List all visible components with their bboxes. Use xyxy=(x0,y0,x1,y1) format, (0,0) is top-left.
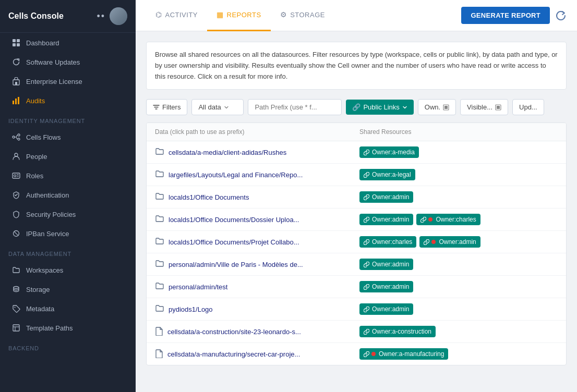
file-icon xyxy=(155,349,163,360)
file-icon xyxy=(155,326,163,337)
table-row[interactable]: localds1/Office Documents/Dossier Uploa.… xyxy=(147,209,566,231)
bar-chart-icon xyxy=(11,96,21,105)
identity-section-label: Identity Management xyxy=(0,111,136,127)
svg-rect-2 xyxy=(13,43,16,46)
sidebar-item-audits[interactable]: Audits xyxy=(3,91,133,110)
path-text[interactable]: localds1/Office Documents/Dossier Uploa.… xyxy=(169,216,299,224)
sidebar-item-template-paths[interactable]: Template Paths xyxy=(3,318,133,337)
visible-label: Visible... xyxy=(467,103,492,111)
avatar[interactable] xyxy=(110,7,127,25)
shared-resources: Owner:a-manufacturing xyxy=(359,348,558,360)
path-text[interactable]: cellsdata/a-media/client-adidas/Rushes xyxy=(169,149,286,156)
owner-badge: Owner:admin xyxy=(419,236,480,248)
path-text[interactable]: localds1/Office Documents/Projet Collabo… xyxy=(169,238,299,246)
tab-reports[interactable]: ▦ REPORTS xyxy=(207,0,271,31)
sidebar-item-enterprise-license[interactable]: Enterprise License xyxy=(3,72,133,91)
tab-storage[interactable]: ⚙ STORAGE xyxy=(271,0,334,31)
reports-icon: ▦ xyxy=(217,10,224,19)
sidebar-item-storage[interactable]: Storage xyxy=(3,280,133,299)
roles-label: Roles xyxy=(26,172,43,180)
table-row[interactable]: cellsdata/a-media/client-adidas/Rushes O… xyxy=(147,141,566,164)
sidebar-item-workspaces[interactable]: Workspaces xyxy=(3,261,133,279)
owner-badge: Owner:charles xyxy=(416,214,480,225)
owner-badge: Owner:admin xyxy=(359,259,413,270)
sidebar-item-people[interactable]: People xyxy=(3,147,133,166)
table-row[interactable]: personal/admin/Ville de Paris - Modèles … xyxy=(147,253,566,276)
refresh-button[interactable] xyxy=(555,10,567,21)
content-area: Browse all shared resources on all the d… xyxy=(136,31,577,392)
sidebar-item-cells-flows[interactable]: Cells Flows xyxy=(3,128,133,146)
shared-resources: Owner:admin xyxy=(359,191,558,203)
folder-icon xyxy=(11,265,21,275)
table-row[interactable]: pydiods1/Logo Owner:admin xyxy=(147,298,566,321)
owner-badge: Owner:admin xyxy=(359,214,413,225)
sidebar-item-roles[interactable]: Roles xyxy=(3,166,133,185)
svg-rect-6 xyxy=(13,101,14,104)
sidebar-item-ipban-service[interactable]: IPBan Service xyxy=(3,224,133,243)
path-text[interactable]: personal/admin/Ville de Paris - Modèles … xyxy=(169,261,303,268)
svg-rect-1 xyxy=(17,39,20,42)
tab-activity[interactable]: ⌬ ACTIVITY xyxy=(146,0,207,31)
table-row[interactable]: localds1/Office Documents Owner:admin xyxy=(147,186,566,209)
table-row[interactable]: personal/admin/test Owner:admin xyxy=(147,276,566,298)
all-data-select[interactable]: All data xyxy=(191,99,244,115)
table-row[interactable]: largefiles/Layouts/Legal and Finance/Rep… xyxy=(147,164,566,186)
data-path: cellsdata/a-manufacturing/secret-car-pro… xyxy=(155,349,359,360)
svg-point-29 xyxy=(431,240,436,244)
svg-rect-3 xyxy=(17,43,20,46)
table-body: cellsdata/a-media/client-adidas/Rushes O… xyxy=(147,141,566,365)
link-badge-icon xyxy=(364,217,369,223)
sidebar-item-software-updates[interactable]: Software Updates xyxy=(3,53,133,71)
table-row[interactable]: cellsdata/a-construction/site-23-leonard… xyxy=(147,321,566,343)
folder-icon xyxy=(155,191,164,203)
sidebar-item-metadata[interactable]: Metadata xyxy=(3,299,133,318)
col-shared-header: Shared Resources xyxy=(359,128,558,136)
upd-filter[interactable]: Upd... xyxy=(512,99,544,115)
sidebar-item-security-policies[interactable]: Security Policies xyxy=(3,205,133,224)
tab-storage-label: STORAGE xyxy=(290,11,325,19)
path-text[interactable]: cellsdata/a-manufacturing/secret-car-pro… xyxy=(167,350,300,358)
path-text[interactable]: cellsdata/a-construction/site-23-leonard… xyxy=(167,328,301,336)
id-card-icon xyxy=(11,171,21,180)
identity-nav: Cells Flows People Roles Authentication … xyxy=(0,127,136,243)
shared-resources: Owner:charles Owner:admin xyxy=(359,236,558,248)
table-row[interactable]: localds1/Office Documents/Projet Collabo… xyxy=(147,231,566,253)
main-content: ⌬ ACTIVITY ▦ REPORTS ⚙ STORAGE GENERATE … xyxy=(136,0,577,392)
avatar-image xyxy=(110,7,127,25)
owner-filter[interactable]: Own. xyxy=(418,99,456,115)
path-text[interactable]: pydiods1/Logo xyxy=(169,305,213,313)
database-icon xyxy=(11,285,21,294)
link-icon: 🔗 xyxy=(352,103,360,111)
path-text[interactable]: localds1/Office Documents xyxy=(169,193,249,201)
public-links-filter[interactable]: 🔗 Public Links xyxy=(346,100,413,115)
path-text[interactable]: personal/admin/test xyxy=(169,283,227,291)
link-badge-icon xyxy=(364,239,369,245)
metadata-label: Metadata xyxy=(26,305,54,313)
owner-badge: Owner:a-legal xyxy=(359,169,415,180)
svg-rect-7 xyxy=(15,99,17,104)
table-row[interactable]: cellsdata/a-manufacturing/secret-car-pro… xyxy=(147,343,566,365)
visible-filter[interactable]: Visible... xyxy=(460,99,508,115)
svg-rect-0 xyxy=(13,39,16,42)
svg-rect-25 xyxy=(444,106,448,109)
description-text: Browse all shared resources on all the d… xyxy=(146,42,567,90)
sidebar-item-authentication[interactable]: Authentication xyxy=(3,186,133,204)
storage-tab-icon: ⚙ xyxy=(280,10,287,19)
path-prefix-input[interactable] xyxy=(248,99,342,115)
sidebar-dots[interactable]: •• xyxy=(97,11,105,22)
storage-label: Storage xyxy=(26,286,50,293)
filters-button[interactable]: Filters xyxy=(146,99,187,115)
folder-icon xyxy=(155,146,164,158)
activity-icon: ⌬ xyxy=(155,10,162,19)
data-nav: Workspaces Storage Metadata Template Pat… xyxy=(0,260,136,338)
refresh-icon xyxy=(11,57,21,67)
path-text[interactable]: largefiles/Layouts/Legal and Finance/Rep… xyxy=(169,171,303,179)
filters-label: Filters xyxy=(162,103,181,111)
link-badge-icon xyxy=(364,194,369,200)
owner-badge: Owner:admin xyxy=(359,281,413,292)
tag-icon xyxy=(11,304,21,313)
generate-report-button[interactable]: GENERATE REPORT xyxy=(461,7,550,24)
shared-resources: Owner:admin xyxy=(359,303,558,315)
tab-reports-label: REPORTS xyxy=(227,11,261,19)
sidebar-item-dashboard[interactable]: Dashboard xyxy=(3,33,133,52)
